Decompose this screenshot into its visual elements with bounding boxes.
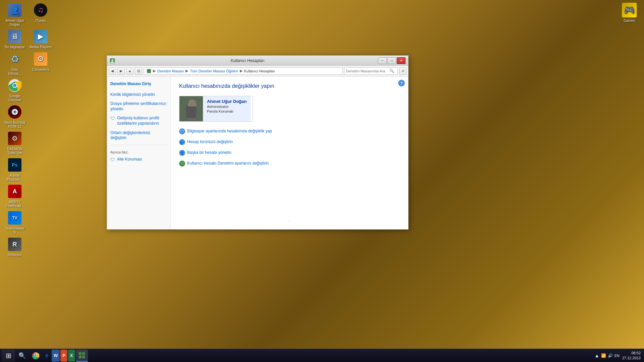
window-icon <box>110 58 115 63</box>
action-link-hesap-turu[interactable]: 👥 Hesap türünüzü değiştirin <box>179 139 400 145</box>
user-card[interactable]: Ahmet Uğur Doğan Administrator Parola Ko… <box>179 96 253 122</box>
settings-button[interactable]: ⚙ <box>135 67 142 75</box>
taskbar: ⊞ 🔍 e W P X <box>0 349 644 362</box>
desktop-icon-converters[interactable]: ⚙ Converters <box>29 52 53 75</box>
control-panel-window: Kullanıcı Hesapları ─ □ ✕ ◀ ▶ ▲ ⚙ ▶ Dene… <box>107 55 409 230</box>
clock-time: 08:52 <box>622 351 641 355</box>
search-icon: 🔍 <box>389 69 394 73</box>
system-tray: ▲ 📶 🔊 EN 08:52 27.12.2013 <box>595 351 642 360</box>
taskbar-control-panel[interactable] <box>76 350 88 362</box>
desktop-icon-ahmet[interactable]: 👤 Ahmet Uğur Doğan <box>3 3 27 26</box>
taskbar-word[interactable]: W <box>52 350 60 362</box>
start-button[interactable]: ⊞ <box>2 350 15 362</box>
desktop-icons-left: 👤 Ahmet Uğur Doğan ♫ iTunes 🖥 Bu bilgisa… <box>3 3 53 257</box>
close-button[interactable]: ✕ <box>397 57 406 64</box>
address-bar: ◀ ▶ ▲ ⚙ ▶ Denetim Masası ▶ Tüm Denetim M… <box>107 66 408 76</box>
taskbar-ie[interactable]: e <box>43 350 51 362</box>
action-icon-3: 🛡 <box>179 161 185 167</box>
svg-rect-10 <box>186 106 196 118</box>
action-link-baska-hesap[interactable]: 👤 Başka bir hesabı yönetin <box>179 150 400 156</box>
desktop: 👤 Ahmet Uğur Doğan ♫ iTunes 🖥 Bu bilgisa… <box>0 0 644 362</box>
action-icon-2: 👤 <box>179 150 185 156</box>
clock[interactable]: 08:52 27.12.2013 <box>622 351 641 360</box>
tray-icons: ▲ 📶 🔊 EN <box>595 353 620 358</box>
desktop-icon-daemon[interactable]: ⚙ DAEMONTools Lite <box>3 131 27 155</box>
user-security: Parola Korumalı <box>207 109 247 113</box>
action-icon-0: 🛡 <box>179 128 185 134</box>
tray-volume-icon[interactable]: 🔊 <box>608 353 613 358</box>
svg-rect-16 <box>82 352 85 355</box>
user-name: Ahmet Uğur Doğan <box>207 99 247 104</box>
up-button[interactable]: ▲ <box>126 67 133 75</box>
help-button[interactable]: ? <box>398 80 405 86</box>
path-denetim[interactable]: Denetim Masası <box>157 69 184 73</box>
tray-network-icon[interactable]: 📶 <box>601 353 606 358</box>
desktop-icon-geri-donusum[interactable]: ♻ GeriDönüş... <box>3 52 27 75</box>
taskbar-search[interactable]: 🔍 <box>16 350 29 362</box>
svg-rect-6 <box>147 69 151 73</box>
desktop-icon-nero[interactable]: 💿 Nero BurningROM 12 <box>3 105 27 128</box>
search-input[interactable] <box>346 69 389 73</box>
action-link-bilgisayar[interactable]: 🛡 Bilgisayar ayarlarında hesabımda değiş… <box>179 128 400 134</box>
taskbar-powerpoint[interactable]: P <box>60 350 67 362</box>
svg-point-14 <box>35 355 37 357</box>
page-title: Kullanıcı hesabınızda değişiklikler yapı… <box>179 83 400 89</box>
user-role: Administrator <box>207 105 247 109</box>
svg-rect-18 <box>82 356 85 358</box>
action-icon-1: 👥 <box>179 139 185 145</box>
path-item-home <box>147 68 151 73</box>
minimize-button[interactable]: ─ <box>378 57 387 64</box>
sidebar: Denetim Masası Giriş Kimlik bilgileriniz… <box>107 76 171 229</box>
sidebar-link-kimlik[interactable]: Kimlik bilgilerinizi yönetin <box>110 92 167 98</box>
window-title: Kullanıcı Hesapları <box>117 58 378 63</box>
taskbar-chrome[interactable] <box>29 350 42 362</box>
action-link-uac[interactable]: Kullanıcı Hesabı Denetimi ayarlarını değ… <box>187 161 269 166</box>
desktop-icon-chrome[interactable]: GoogleChrome <box>3 78 27 102</box>
svg-point-3 <box>13 84 16 87</box>
main-content: ? Kullanıcı hesabınızda değişiklikler ya… <box>171 76 408 229</box>
back-button[interactable]: ◀ <box>109 67 116 75</box>
user-info: Ahmet Uğur Doğan Administrator Parola Ko… <box>203 96 251 121</box>
svg-rect-17 <box>79 356 82 358</box>
also-see-section: Ayrıca bkz. 🛡 Aile Koruması <box>110 145 167 162</box>
path-kullanici: Kullanıcı Hesapları <box>244 69 275 73</box>
clock-date: 27.12.2013 <box>622 356 641 360</box>
svg-rect-15 <box>79 352 82 355</box>
sidebar-main-link[interactable]: Denetim Masası Giriş <box>110 81 167 87</box>
sidebar-link-dosya[interactable]: Dosya şifreleme sertifikalarınızı yöneti… <box>110 101 167 112</box>
desktop-icon-reflector[interactable]: R Reflector <box>3 237 27 257</box>
window-controls: ─ □ ✕ <box>378 57 406 64</box>
svg-point-5 <box>112 59 113 61</box>
sidebar-link-ortam[interactable]: Ortam değişkenlerinizi değiştirin <box>110 130 167 141</box>
desktop-icon-computer[interactable]: 🖥 Bu bilgisayar <box>3 29 27 49</box>
taskbar-excel[interactable]: X <box>68 350 75 362</box>
sidebar-link-gelismis[interactable]: Gelişmiş kullanıcı profili özelliklerini… <box>117 116 167 126</box>
path-tum[interactable]: Tüm Denetim Masası Öğeleri <box>190 69 238 73</box>
tray-keyboard-icon: EN <box>614 354 620 358</box>
desktop-icon-teamviewer[interactable]: TV TeamViewer9 <box>3 210 27 234</box>
desktop-icon-media-players[interactable]: ▶ Media Players <box>29 29 53 49</box>
desktop-icon-abbyy[interactable]: A ABBYYFineRead... <box>3 184 27 208</box>
desktop-icon-games[interactable]: 🎮 Games <box>617 3 641 22</box>
svg-point-11 <box>189 99 196 107</box>
sidebar-link-aile-korumasi[interactable]: Aile Koruması <box>117 157 142 162</box>
address-path[interactable]: ▶ Denetim Masası ▶ Tüm Denetim Masası Öğ… <box>144 67 343 75</box>
user-avatar <box>179 96 203 121</box>
forward-button[interactable]: ▶ <box>117 67 125 75</box>
desktop-icon-photoshop[interactable]: Ps AdobePhotosh... <box>3 158 27 181</box>
action-uac-container: 🛡 Kullanıcı Hesabı Denetimi ayarlarını d… <box>179 161 400 167</box>
refresh-button[interactable]: ↺ <box>399 67 407 75</box>
desktop-icons-right: 🎮 Games <box>617 3 641 22</box>
shield-icon: 🛡 <box>110 116 115 121</box>
window-body: Denetim Masası Giriş Kimlik bilgileriniz… <box>107 76 408 229</box>
desktop-icon-itunes[interactable]: ♫ iTunes <box>29 3 53 26</box>
family-icon: 🛡 <box>110 157 115 162</box>
tray-hide-icon[interactable]: ▲ <box>595 353 599 358</box>
window-titlebar[interactable]: Kullanıcı Hesapları ─ □ ✕ <box>107 56 408 66</box>
maximize-button[interactable]: □ <box>387 57 396 64</box>
